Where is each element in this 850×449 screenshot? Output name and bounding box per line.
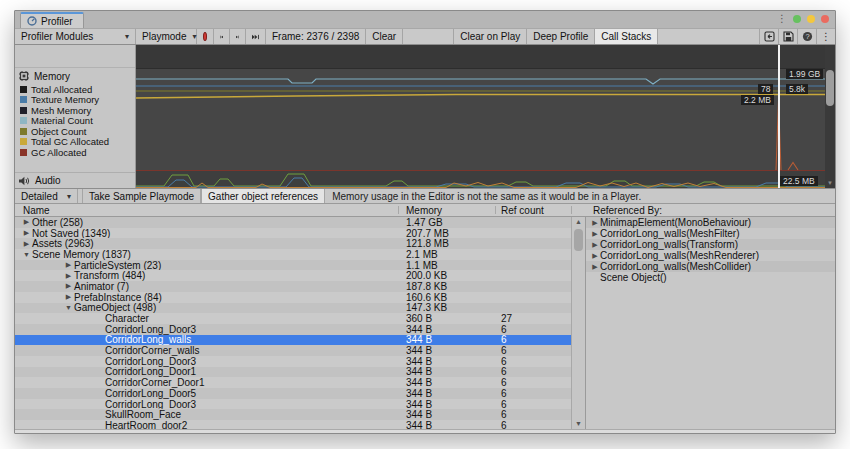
- table-row[interactable]: Character360 B27: [15, 313, 571, 324]
- load-profile-button[interactable]: [759, 29, 778, 44]
- legend-item[interactable]: Mesh Memory: [20, 105, 135, 116]
- save-profile-button[interactable]: [778, 29, 797, 44]
- legend-swatch: [20, 86, 27, 93]
- next-frame-button[interactable]: [230, 29, 246, 44]
- tab-profiler[interactable]: Profiler: [20, 12, 84, 28]
- column-header-ref-count[interactable]: Ref count: [501, 205, 544, 216]
- legend-item[interactable]: Texture Memory: [20, 95, 135, 106]
- column-header-name[interactable]: Name: [23, 205, 50, 216]
- table-row[interactable]: ▼Scene Memory (1837)2.1 MB: [15, 249, 571, 260]
- help-button[interactable]: ?: [797, 29, 816, 44]
- tab-menu-icon[interactable]: ⋮: [777, 14, 787, 24]
- memory-chart-canvas[interactable]: 1.99 GB 78 5.8k 2.2 MB 22.5 MB ▼: [136, 45, 835, 188]
- table-row[interactable]: HeartRoom_door2344 B6: [15, 420, 571, 429]
- referenced-by-item[interactable]: ▶MinimapElement(MonoBehaviour): [586, 217, 835, 228]
- window-button-yellow[interactable]: [807, 15, 815, 23]
- expand-arrow-icon[interactable]: ▶: [590, 241, 600, 249]
- legend-item[interactable]: Object Count: [20, 126, 135, 137]
- table-row[interactable]: ▶Other (258)1.47 GB: [15, 217, 571, 228]
- table-row[interactable]: CorridorLong_Door3344 B6: [15, 356, 571, 367]
- module-header-audio[interactable]: Audio: [15, 172, 135, 188]
- table-vertical-scrollbar[interactable]: ▲ ▼: [571, 217, 585, 429]
- expand-arrow-icon[interactable]: ▶: [590, 219, 600, 227]
- playmode-dropdown[interactable]: Playmode ▾: [136, 29, 197, 44]
- table-row[interactable]: ▶Not Saved (1349)207.7 MB: [15, 228, 571, 239]
- chart-vertical-scrollbar[interactable]: ▼: [825, 45, 835, 188]
- expand-arrow-icon[interactable]: ▶: [21, 218, 32, 226]
- referenced-by-label: CorridorLong_walls(MeshFilter): [600, 228, 740, 239]
- table-row[interactable]: CorridorCorner_walls344 B6: [15, 345, 571, 356]
- table-row[interactable]: ▶ParticleSystem (23)1.1 MB: [15, 260, 571, 271]
- legend-swatch: [20, 138, 27, 145]
- chart-scroll-down-icon[interactable]: ▼: [825, 180, 835, 187]
- table-row[interactable]: SkullRoom_Face344 B6: [15, 409, 571, 420]
- detailed-dropdown[interactable]: Detailed ▾: [15, 189, 78, 203]
- table-row[interactable]: CorridorLong_Door3344 B6: [15, 399, 571, 410]
- table-row[interactable]: ▶PrefabInstance (84)160.6 KB: [15, 292, 571, 303]
- expand-arrow-icon[interactable]: ▶: [21, 229, 32, 237]
- deep-profile-toggle[interactable]: Deep Profile: [527, 29, 595, 44]
- table-row[interactable]: CorridorCorner_Door1344 B6: [15, 377, 571, 388]
- current-frame-button[interactable]: [246, 29, 266, 44]
- expand-arrow-icon[interactable]: ▶: [63, 293, 74, 301]
- window-button-red[interactable]: [821, 15, 829, 23]
- row-memory: 344 B: [406, 377, 432, 388]
- scroll-up-icon[interactable]: ▲: [572, 217, 585, 227]
- collapse-arrow-icon[interactable]: ▼: [63, 304, 74, 311]
- module-header-memory[interactable]: Memory: [15, 68, 135, 84]
- window-button-green[interactable]: [793, 15, 801, 23]
- table-header: Name Memory Ref count Referenced By:: [15, 203, 835, 217]
- row-name: CorridorCorner_Door1: [105, 377, 204, 388]
- table-row[interactable]: CorridorLong_Door5344 B6: [15, 388, 571, 399]
- referenced-by-item[interactable]: ▶CorridorLong_walls(Transform): [586, 239, 835, 250]
- profiler-modules-dropdown[interactable]: Profiler Modules ▾: [15, 29, 136, 44]
- scroll-down-icon[interactable]: ▼: [572, 419, 585, 429]
- table-scrollbar-thumb[interactable]: [574, 229, 583, 251]
- table-row[interactable]: CorridorLong_Door1344 B6: [15, 367, 571, 378]
- table-row[interactable]: CorridorLong_Door3344 B6: [15, 324, 571, 335]
- table-row[interactable]: CorridorLong_walls344 B6: [15, 335, 571, 346]
- expand-arrow-icon[interactable]: ▶: [590, 252, 600, 260]
- help-icon: ?: [802, 31, 813, 42]
- expand-arrow-icon[interactable]: ▶: [63, 282, 74, 290]
- referenced-by-panel: ▶MinimapElement(MonoBehaviour)▶CorridorL…: [585, 217, 835, 429]
- current-frame-icon: [252, 33, 259, 41]
- clear-button[interactable]: Clear: [366, 29, 403, 44]
- referenced-by-item[interactable]: ▶CorridorLong_walls(MeshRenderer): [586, 250, 835, 261]
- referenced-by-item[interactable]: Scene Object(): [586, 272, 835, 283]
- detail-toolbar: Detailed ▾ Take Sample Playmode Gather o…: [15, 188, 835, 203]
- sidebar-gap: [15, 45, 135, 68]
- call-stacks-toggle[interactable]: Call Stacks: [595, 29, 658, 44]
- row-name: GameObject (498): [74, 302, 156, 313]
- take-sample-button[interactable]: Take Sample Playmode: [82, 189, 201, 203]
- legend-item[interactable]: Total Allocated: [20, 84, 135, 95]
- legend-item[interactable]: Total GC Allocated: [20, 137, 135, 148]
- expand-arrow-icon[interactable]: ▶: [590, 263, 600, 271]
- legend-item[interactable]: GC Allocated: [20, 147, 135, 158]
- row-ref-count: 6: [501, 324, 507, 335]
- profiler-toolbar: Profiler Modules ▾ Playmode ▾: [15, 28, 835, 45]
- toolbar-menu-button[interactable]: ⋮: [816, 29, 835, 44]
- expand-arrow-icon[interactable]: ▶: [63, 261, 74, 269]
- record-button[interactable]: [197, 29, 214, 44]
- chart-scrollbar-thumb[interactable]: [826, 70, 834, 106]
- column-header-memory[interactable]: Memory: [406, 205, 442, 216]
- expand-arrow-icon[interactable]: ▶: [21, 240, 32, 248]
- referenced-by-item[interactable]: ▶CorridorLong_walls(MeshCollider): [586, 261, 835, 272]
- table-row[interactable]: ▶Transform (484)200.0 KB: [15, 270, 571, 281]
- clear-on-play-toggle[interactable]: Clear on Play: [454, 29, 527, 44]
- profiler-gauge-icon: [27, 16, 37, 26]
- collapse-arrow-icon[interactable]: ▼: [21, 251, 32, 258]
- table-row[interactable]: ▶Animator (7)187.8 KB: [15, 281, 571, 292]
- expand-arrow-icon[interactable]: ▶: [63, 272, 74, 280]
- current-frame-playhead[interactable]: [778, 45, 780, 188]
- legend-swatch: [20, 117, 27, 124]
- row-name: Transform (484): [74, 270, 145, 281]
- expand-arrow-icon[interactable]: ▶: [590, 230, 600, 238]
- table-row[interactable]: ▶Assets (2963)121.8 MB: [15, 238, 571, 249]
- referenced-by-item[interactable]: ▶CorridorLong_walls(MeshFilter): [586, 228, 835, 239]
- gather-object-references-toggle[interactable]: Gather object references: [201, 189, 325, 203]
- table-row[interactable]: ▼GameObject (498)147.3 KB: [15, 303, 571, 314]
- previous-frame-button[interactable]: [214, 29, 230, 44]
- legend-item[interactable]: Material Count: [20, 116, 135, 127]
